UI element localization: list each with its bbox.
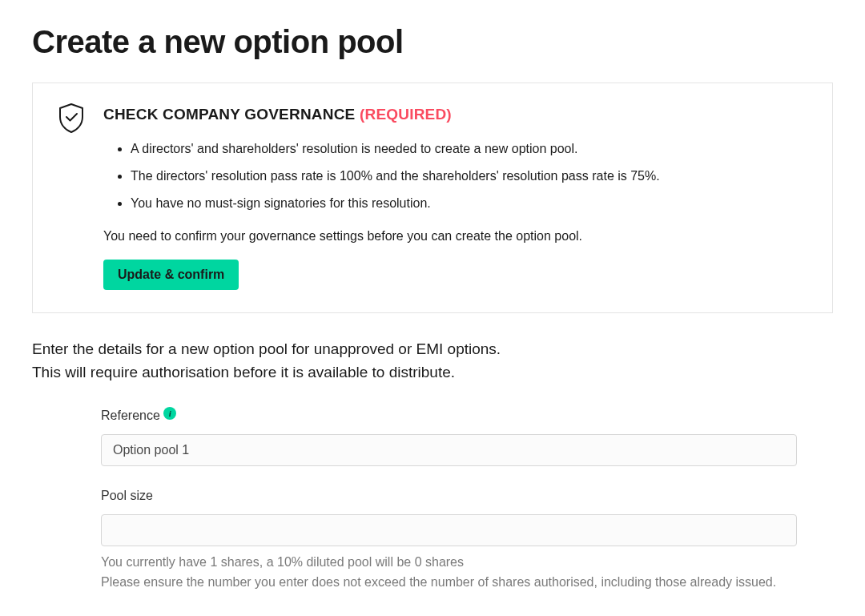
governance-panel: CHECK COMPANY GOVERNANCE (REQUIRED) A di… bbox=[32, 83, 833, 313]
required-tag: (REQUIRED) bbox=[360, 106, 452, 123]
pool-size-help-line-1: You currently have 1 shares, a 10% dilut… bbox=[101, 555, 464, 569]
reference-label-row: Reference i bbox=[101, 409, 797, 424]
pool-size-label: Pool size bbox=[101, 489, 153, 503]
governance-confirm-text: You need to confirm your governance sett… bbox=[103, 229, 810, 244]
governance-bullet: You have no must-sign signatories for th… bbox=[131, 194, 810, 213]
pool-size-help-line-2: Please ensure the number you enter does … bbox=[101, 575, 776, 589]
page-title: Create a new option pool bbox=[32, 24, 833, 60]
reference-input[interactable] bbox=[101, 434, 797, 466]
intro-line-1: Enter the details for a new option pool … bbox=[32, 340, 501, 357]
intro-text: Enter the details for a new option pool … bbox=[32, 337, 833, 384]
governance-list: A directors' and shareholders' resolutio… bbox=[103, 139, 810, 213]
reference-group: Reference i bbox=[101, 409, 797, 467]
pool-size-input[interactable] bbox=[101, 514, 797, 546]
pool-size-group: Pool size You currently have 1 shares, a… bbox=[101, 489, 797, 593]
governance-bullet: The directors' resolution pass rate is 1… bbox=[131, 167, 810, 186]
governance-heading: CHECK COMPANY GOVERNANCE (REQUIRED) bbox=[103, 106, 810, 123]
form-section: Reference i Pool size You currently have… bbox=[32, 409, 797, 593]
governance-bullet: A directors' and shareholders' resolutio… bbox=[131, 139, 810, 159]
pool-size-label-row: Pool size bbox=[101, 489, 797, 503]
update-confirm-button[interactable]: Update & confirm bbox=[103, 260, 239, 290]
pool-size-help: You currently have 1 shares, a 10% dilut… bbox=[101, 553, 797, 593]
reference-label: Reference bbox=[101, 409, 160, 423]
intro-line-2: This will require authorisation before i… bbox=[32, 364, 455, 380]
info-icon[interactable]: i bbox=[163, 407, 176, 420]
shield-check-icon bbox=[55, 103, 87, 135]
governance-heading-text: CHECK COMPANY GOVERNANCE bbox=[103, 106, 355, 123]
governance-content: CHECK COMPANY GOVERNANCE (REQUIRED) A di… bbox=[103, 106, 810, 290]
